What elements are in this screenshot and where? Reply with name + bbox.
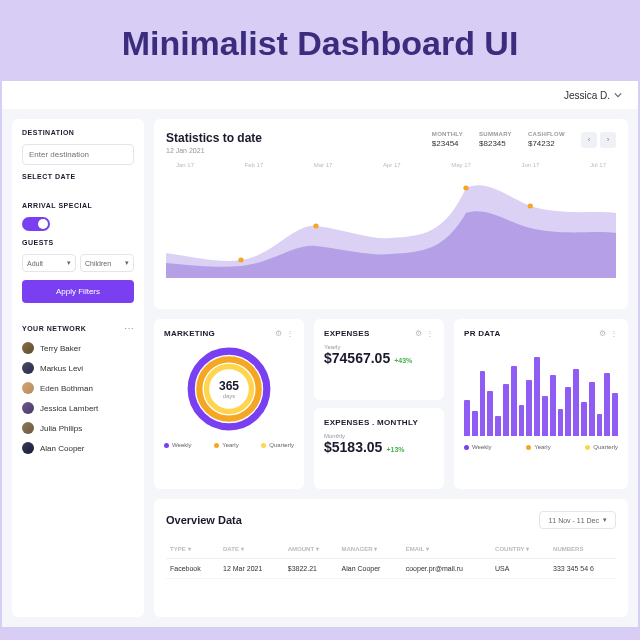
th-numbers[interactable]: NUMBERS: [549, 539, 616, 559]
user-name: Jessica D.: [564, 90, 610, 101]
expense-monthly-value: $5183.05: [324, 439, 382, 455]
more-icon[interactable]: ⋮: [286, 329, 294, 338]
select-date-label: SELECT DATE: [22, 173, 134, 180]
summary-value: $82345: [479, 139, 512, 148]
svg-point-3: [528, 204, 533, 209]
user-menu[interactable]: Jessica D.: [564, 90, 622, 101]
stats-chart: Jan 17Feb 17Mar 17Apr 17May 17Jun 17Jul …: [166, 162, 616, 292]
avatar: [22, 382, 34, 394]
th-date[interactable]: DATE ▾: [219, 539, 284, 559]
avatar: [22, 442, 34, 454]
list-item[interactable]: Eden Bothman: [22, 382, 134, 394]
stats-card: Statistics to date 12 Jan 2021 MONTHLY$2…: [154, 119, 628, 309]
marketing-card: MARKETING ⚙⋮ 365 days: [154, 319, 304, 489]
table-row[interactable]: Facebook 12 Mar 2021 $3822.21 Alan Coope…: [166, 559, 616, 579]
next-arrow[interactable]: ›: [600, 132, 616, 148]
list-item[interactable]: Markus Levi: [22, 362, 134, 374]
bar-chart: [464, 346, 618, 436]
destination-input[interactable]: [22, 144, 134, 165]
network-more-icon[interactable]: ⋯: [124, 323, 134, 334]
prdata-title: PR DATA: [464, 329, 500, 338]
network-list: Terry Baker Markus Levi Eden Bothman Jes…: [22, 342, 134, 454]
avatar: [22, 342, 34, 354]
overview-card: Overview Data 11 Nov - 11 Dec▾ TYPE ▾ DA…: [154, 499, 628, 617]
prev-arrow[interactable]: ‹: [581, 132, 597, 148]
th-country[interactable]: COUNTRY ▾: [491, 539, 549, 559]
topbar: Jessica D.: [2, 81, 638, 109]
donut-label: days: [219, 393, 239, 399]
svg-point-0: [238, 258, 243, 263]
sidebar: DESTINATION SELECT DATE ARRIVAL SPECIAL …: [12, 119, 144, 617]
summary-value: $74232: [528, 139, 565, 148]
avatar: [22, 362, 34, 374]
list-item[interactable]: Alan Cooper: [22, 442, 134, 454]
expenses-monthly-title: EXPENSES . MONTHLY: [324, 418, 418, 427]
summary-label: MONTHLY: [432, 131, 463, 137]
more-icon[interactable]: ⋮: [426, 329, 434, 338]
gear-icon[interactable]: ⚙: [275, 329, 282, 338]
expenses-monthly-card: EXPENSES . MONTHLY Monthly $5183.05+13%: [314, 408, 444, 489]
chevron-down-icon: [614, 91, 622, 99]
th-amount[interactable]: AMOUNT ▾: [284, 539, 338, 559]
date-filter[interactable]: 11 Nov - 11 Dec▾: [539, 511, 616, 529]
th-manager[interactable]: MANAGER ▾: [338, 539, 402, 559]
summary-label: CASHFLOW: [528, 131, 565, 137]
stats-date: 12 Jan 2021: [166, 147, 262, 154]
arrival-special-label: ARRIVAL SPECIAL: [22, 202, 134, 209]
donut-number: 365: [219, 379, 239, 393]
avatar: [22, 402, 34, 414]
avatar: [22, 422, 34, 434]
guests-label: GUESTS: [22, 239, 134, 246]
network-label: YOUR NETWORK: [22, 325, 86, 332]
list-item[interactable]: Julia Philips: [22, 422, 134, 434]
prdata-card: PR DATA ⚙⋮ Weekly Yearly Quarterly: [454, 319, 628, 489]
svg-point-2: [463, 186, 468, 191]
apply-filters-button[interactable]: Apply Filters: [22, 280, 134, 303]
summary-label: SUMMARY: [479, 131, 512, 137]
expense-yearly-change: +43%: [394, 357, 412, 364]
expense-yearly-value: $74567.05: [324, 350, 390, 366]
adult-select[interactable]: Adult▾: [22, 254, 76, 272]
list-item[interactable]: Terry Baker: [22, 342, 134, 354]
donut-chart: 365 days: [184, 344, 274, 434]
children-select[interactable]: Children▾: [80, 254, 134, 272]
arrival-toggle[interactable]: [22, 217, 50, 231]
expenses-title: EXPENSES: [324, 329, 370, 338]
app-frame: Jessica D. DESTINATION SELECT DATE ARRIV…: [2, 81, 638, 627]
list-item[interactable]: Jessica Lambert: [22, 402, 134, 414]
more-icon[interactable]: ⋮: [610, 329, 618, 338]
hero-title: Minimalist Dashboard UI: [0, 24, 640, 63]
expense-monthly-change: +13%: [386, 446, 404, 453]
overview-table: TYPE ▾ DATE ▾ AMOUNT ▾ MANAGER ▾ EMAIL ▾…: [166, 539, 616, 579]
gear-icon[interactable]: ⚙: [415, 329, 422, 338]
svg-point-1: [313, 224, 318, 229]
summary-value: $23454: [432, 139, 463, 148]
overview-title: Overview Data: [166, 514, 242, 526]
th-email[interactable]: EMAIL ▾: [402, 539, 491, 559]
th-type[interactable]: TYPE ▾: [166, 539, 219, 559]
destination-label: DESTINATION: [22, 129, 134, 136]
marketing-title: MARKETING: [164, 329, 215, 338]
gear-icon[interactable]: ⚙: [599, 329, 606, 338]
expenses-yearly-card: EXPENSES ⚙⋮ Yearly $74567.05+43%: [314, 319, 444, 400]
stats-title: Statistics to date: [166, 131, 262, 145]
